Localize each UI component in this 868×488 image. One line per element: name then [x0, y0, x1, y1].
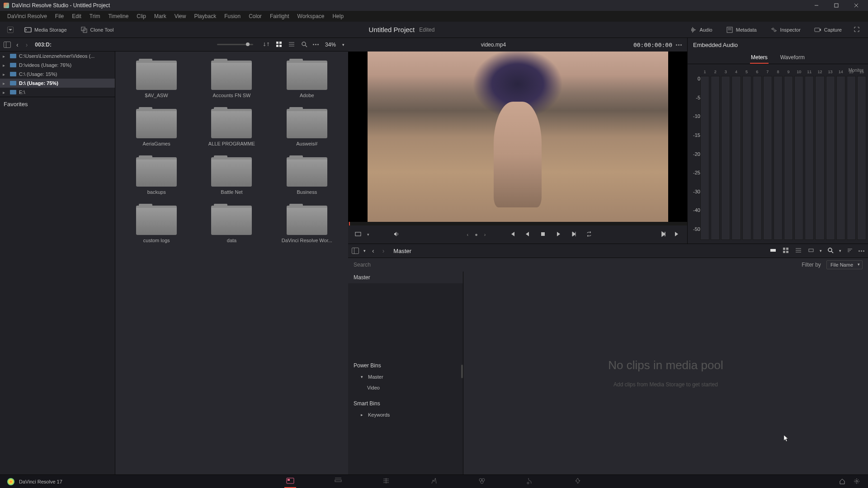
zoom-dropdown-icon[interactable]: ▾: [342, 42, 344, 47]
smart-bin-keywords[interactable]: ▸Keywords: [348, 409, 463, 420]
menu-file[interactable]: File: [52, 12, 67, 21]
filter-select[interactable]: File Name ▾: [826, 260, 863, 269]
inspector-button[interactable]: Inspector: [768, 24, 803, 35]
pool-search-icon[interactable]: [826, 246, 835, 255]
more-options-icon[interactable]: [313, 44, 319, 45]
folder-item[interactable]: Adobe: [271, 57, 343, 102]
first-frame-button[interactable]: [508, 230, 517, 239]
folder-item[interactable]: AeriaGames: [121, 105, 192, 150]
jog-forward-icon[interactable]: ›: [484, 232, 486, 237]
folder-item[interactable]: custom logs: [121, 202, 192, 247]
thumbnail-size-slider[interactable]: [217, 44, 253, 45]
pool-thumbnail-view-icon[interactable]: [782, 246, 790, 255]
menu-workspace[interactable]: Workspace: [294, 12, 328, 21]
thumbnail-view-icon[interactable]: [275, 40, 283, 49]
menu-edit[interactable]: Edit: [68, 12, 85, 21]
sort-icon[interactable]: [262, 40, 270, 49]
viewer-canvas[interactable]: [348, 52, 687, 222]
menu-clip[interactable]: Clip: [133, 12, 150, 21]
tree-item[interactable]: ▸D:\videos (Usage: 76%): [0, 61, 115, 70]
clone-tool-button[interactable]: Clone Tool: [78, 24, 117, 35]
next-clip-button[interactable]: [659, 230, 668, 239]
viewer-options-icon[interactable]: [676, 44, 682, 46]
tree-item[interactable]: ▸C:\Users\Lizenznehmer\Videos (...: [0, 52, 115, 61]
folder-grid[interactable]: $AV_ASW Accounts FN SW Adobe AeriaGames …: [115, 52, 348, 474]
page-tab-deliver[interactable]: [572, 475, 584, 488]
pool-dropdown-icon[interactable]: ▾: [363, 249, 366, 253]
folder-item[interactable]: Battle Net: [196, 154, 267, 198]
pool-nav-forward[interactable]: ›: [381, 246, 387, 255]
mark-dropdown-icon[interactable]: ▾: [367, 232, 369, 237]
media-storage-button[interactable]: Media Storage: [22, 24, 70, 35]
close-button[interactable]: [848, 1, 864, 10]
expand-icon[interactable]: [853, 25, 861, 34]
menu-view[interactable]: View: [171, 12, 190, 21]
jog-back-icon[interactable]: ‹: [467, 232, 469, 237]
power-bin-master[interactable]: ▾Master: [348, 371, 463, 382]
menu-fusion[interactable]: Fusion: [221, 12, 244, 21]
pool-nav-back[interactable]: ‹: [370, 246, 376, 255]
mark-in-out-button[interactable]: [354, 230, 363, 239]
folder-item[interactable]: DaVinci Resolve Wor...: [271, 202, 343, 247]
menu-color[interactable]: Color: [245, 12, 265, 21]
tree-item[interactable]: ▸E:\: [0, 88, 115, 97]
pool-strip-view-icon[interactable]: [769, 246, 777, 255]
pool-list-view-icon[interactable]: [794, 246, 802, 255]
next-frame-button[interactable]: [569, 230, 578, 239]
pool-panel-toggle[interactable]: [352, 248, 359, 254]
stop-button[interactable]: [538, 230, 547, 239]
playhead-marker[interactable]: [349, 222, 350, 225]
page-tab-media[interactable]: [284, 475, 296, 488]
menu-mark[interactable]: Mark: [151, 12, 170, 21]
search-icon[interactable]: [300, 40, 308, 49]
nav-forward-button[interactable]: ›: [24, 40, 30, 49]
page-tab-color[interactable]: [476, 475, 488, 488]
nav-back-button[interactable]: ‹: [14, 40, 20, 49]
power-bin-video[interactable]: Video: [348, 382, 463, 393]
menu-trim[interactable]: Trim: [86, 12, 104, 21]
maximize-button[interactable]: [828, 1, 844, 10]
settings-icon[interactable]: [853, 477, 861, 486]
menu-davinci-resolve[interactable]: DaVinci Resolve: [4, 12, 51, 21]
pool-options-icon[interactable]: [859, 250, 864, 252]
pool-sort-icon[interactable]: [846, 246, 854, 255]
menu-playback[interactable]: Playback: [190, 12, 220, 21]
scrub-bar[interactable]: [348, 222, 687, 225]
home-icon[interactable]: [838, 477, 846, 486]
menu-fairlight[interactable]: Fairlight: [266, 12, 293, 21]
capture-button[interactable]: Capture: [811, 24, 844, 35]
minimize-button[interactable]: [808, 1, 825, 10]
panel-toggle-button[interactable]: [4, 42, 11, 48]
folder-item[interactable]: Accounts FN SW: [196, 57, 267, 102]
play-button[interactable]: [554, 230, 563, 239]
folder-item[interactable]: backups: [121, 154, 192, 198]
page-tab-edit[interactable]: [380, 475, 392, 488]
pool-aspect-dropdown[interactable]: ▾: [820, 249, 822, 253]
prev-frame-button[interactable]: [523, 230, 532, 239]
tree-item[interactable]: ▸D:\ (Usage: 75%): [0, 79, 115, 88]
workspace-layout-dropdown[interactable]: [7, 27, 14, 33]
tree-item[interactable]: ▸C:\ (Usage: 15%): [0, 70, 115, 79]
tab-meters[interactable]: Meters: [750, 52, 769, 64]
menu-help[interactable]: Help: [329, 12, 347, 21]
folder-item[interactable]: $AV_ASW: [121, 57, 192, 102]
page-tab-fairlight[interactable]: [524, 475, 536, 488]
search-input[interactable]: [354, 262, 796, 268]
last-frame-button[interactable]: [673, 230, 682, 239]
page-tab-cut[interactable]: [332, 475, 344, 488]
loop-button[interactable]: [585, 230, 594, 239]
audio-button[interactable]: Audio: [687, 24, 715, 35]
pool-search-dropdown[interactable]: ▾: [839, 249, 841, 253]
folder-item[interactable]: ALLE PROGRAMME: [196, 105, 267, 150]
resize-handle[interactable]: [461, 365, 463, 378]
mute-button[interactable]: [392, 230, 401, 239]
menu-timeline[interactable]: Timeline: [104, 12, 132, 21]
page-tab-fusion[interactable]: [428, 475, 440, 488]
folder-item[interactable]: data: [196, 202, 267, 247]
folder-item[interactable]: Business: [271, 154, 343, 198]
pool-tree-master[interactable]: Master: [348, 272, 463, 283]
folder-item[interactable]: Ausweis#: [271, 105, 343, 150]
metadata-button[interactable]: Metadata: [723, 24, 760, 35]
pool-aspect-icon[interactable]: [807, 246, 815, 255]
tab-waveform[interactable]: Waveform: [779, 52, 806, 64]
